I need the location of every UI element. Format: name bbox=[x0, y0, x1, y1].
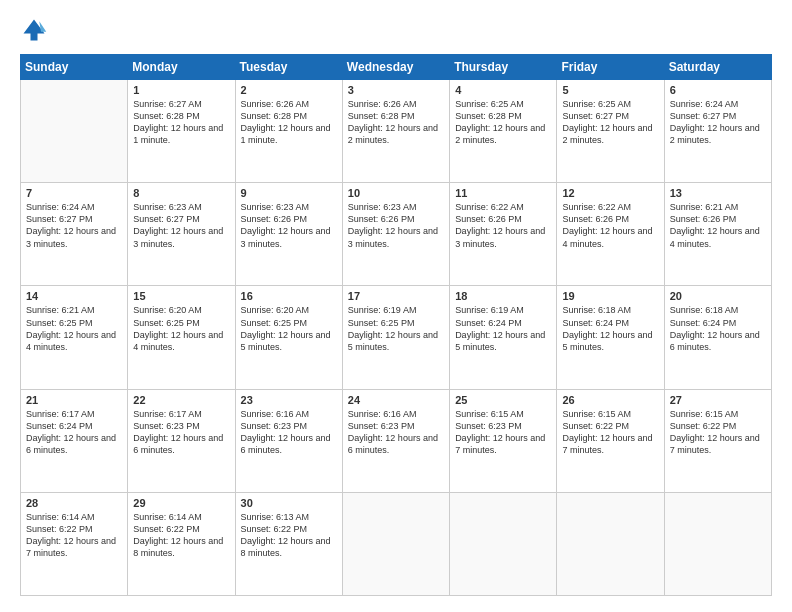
calendar-cell: 24Sunrise: 6:16 AMSunset: 6:23 PMDayligh… bbox=[342, 389, 449, 492]
cell-details: Sunrise: 6:14 AMSunset: 6:22 PMDaylight:… bbox=[133, 511, 229, 560]
calendar-cell bbox=[557, 492, 664, 595]
day-number: 27 bbox=[670, 394, 766, 406]
cell-details: Sunrise: 6:22 AMSunset: 6:26 PMDaylight:… bbox=[562, 201, 658, 250]
weekday-header: Saturday bbox=[664, 55, 771, 80]
day-number: 13 bbox=[670, 187, 766, 199]
cell-details: Sunrise: 6:19 AMSunset: 6:24 PMDaylight:… bbox=[455, 304, 551, 353]
day-number: 1 bbox=[133, 84, 229, 96]
calendar-cell: 15Sunrise: 6:20 AMSunset: 6:25 PMDayligh… bbox=[128, 286, 235, 389]
weekday-header: Monday bbox=[128, 55, 235, 80]
cell-details: Sunrise: 6:21 AMSunset: 6:26 PMDaylight:… bbox=[670, 201, 766, 250]
cell-details: Sunrise: 6:16 AMSunset: 6:23 PMDaylight:… bbox=[348, 408, 444, 457]
calendar-cell: 27Sunrise: 6:15 AMSunset: 6:22 PMDayligh… bbox=[664, 389, 771, 492]
day-number: 29 bbox=[133, 497, 229, 509]
calendar-week-row: 1Sunrise: 6:27 AMSunset: 6:28 PMDaylight… bbox=[21, 80, 772, 183]
calendar-cell bbox=[664, 492, 771, 595]
day-number: 26 bbox=[562, 394, 658, 406]
calendar-cell: 20Sunrise: 6:18 AMSunset: 6:24 PMDayligh… bbox=[664, 286, 771, 389]
calendar-cell bbox=[21, 80, 128, 183]
cell-details: Sunrise: 6:16 AMSunset: 6:23 PMDaylight:… bbox=[241, 408, 337, 457]
calendar-week-row: 28Sunrise: 6:14 AMSunset: 6:22 PMDayligh… bbox=[21, 492, 772, 595]
day-number: 28 bbox=[26, 497, 122, 509]
cell-details: Sunrise: 6:13 AMSunset: 6:22 PMDaylight:… bbox=[241, 511, 337, 560]
calendar-cell: 5Sunrise: 6:25 AMSunset: 6:27 PMDaylight… bbox=[557, 80, 664, 183]
weekday-header: Sunday bbox=[21, 55, 128, 80]
cell-details: Sunrise: 6:17 AMSunset: 6:23 PMDaylight:… bbox=[133, 408, 229, 457]
calendar-cell: 16Sunrise: 6:20 AMSunset: 6:25 PMDayligh… bbox=[235, 286, 342, 389]
calendar-cell bbox=[342, 492, 449, 595]
calendar-cell: 28Sunrise: 6:14 AMSunset: 6:22 PMDayligh… bbox=[21, 492, 128, 595]
calendar-cell bbox=[450, 492, 557, 595]
calendar-cell: 26Sunrise: 6:15 AMSunset: 6:22 PMDayligh… bbox=[557, 389, 664, 492]
cell-details: Sunrise: 6:18 AMSunset: 6:24 PMDaylight:… bbox=[562, 304, 658, 353]
calendar-header-row: SundayMondayTuesdayWednesdayThursdayFrid… bbox=[21, 55, 772, 80]
cell-details: Sunrise: 6:23 AMSunset: 6:26 PMDaylight:… bbox=[241, 201, 337, 250]
calendar-cell: 2Sunrise: 6:26 AMSunset: 6:28 PMDaylight… bbox=[235, 80, 342, 183]
day-number: 10 bbox=[348, 187, 444, 199]
cell-details: Sunrise: 6:20 AMSunset: 6:25 PMDaylight:… bbox=[133, 304, 229, 353]
calendar-week-row: 21Sunrise: 6:17 AMSunset: 6:24 PMDayligh… bbox=[21, 389, 772, 492]
day-number: 25 bbox=[455, 394, 551, 406]
calendar-cell: 10Sunrise: 6:23 AMSunset: 6:26 PMDayligh… bbox=[342, 183, 449, 286]
day-number: 18 bbox=[455, 290, 551, 302]
day-number: 7 bbox=[26, 187, 122, 199]
calendar-cell: 17Sunrise: 6:19 AMSunset: 6:25 PMDayligh… bbox=[342, 286, 449, 389]
day-number: 14 bbox=[26, 290, 122, 302]
cell-details: Sunrise: 6:25 AMSunset: 6:27 PMDaylight:… bbox=[562, 98, 658, 147]
day-number: 6 bbox=[670, 84, 766, 96]
cell-details: Sunrise: 6:21 AMSunset: 6:25 PMDaylight:… bbox=[26, 304, 122, 353]
day-number: 2 bbox=[241, 84, 337, 96]
weekday-header: Wednesday bbox=[342, 55, 449, 80]
cell-details: Sunrise: 6:20 AMSunset: 6:25 PMDaylight:… bbox=[241, 304, 337, 353]
day-number: 8 bbox=[133, 187, 229, 199]
cell-details: Sunrise: 6:26 AMSunset: 6:28 PMDaylight:… bbox=[241, 98, 337, 147]
calendar-cell: 6Sunrise: 6:24 AMSunset: 6:27 PMDaylight… bbox=[664, 80, 771, 183]
day-number: 4 bbox=[455, 84, 551, 96]
cell-details: Sunrise: 6:15 AMSunset: 6:22 PMDaylight:… bbox=[670, 408, 766, 457]
weekday-header: Tuesday bbox=[235, 55, 342, 80]
calendar-cell: 1Sunrise: 6:27 AMSunset: 6:28 PMDaylight… bbox=[128, 80, 235, 183]
header bbox=[20, 16, 772, 44]
calendar-cell: 11Sunrise: 6:22 AMSunset: 6:26 PMDayligh… bbox=[450, 183, 557, 286]
day-number: 12 bbox=[562, 187, 658, 199]
cell-details: Sunrise: 6:15 AMSunset: 6:22 PMDaylight:… bbox=[562, 408, 658, 457]
cell-details: Sunrise: 6:22 AMSunset: 6:26 PMDaylight:… bbox=[455, 201, 551, 250]
cell-details: Sunrise: 6:23 AMSunset: 6:26 PMDaylight:… bbox=[348, 201, 444, 250]
calendar-cell: 18Sunrise: 6:19 AMSunset: 6:24 PMDayligh… bbox=[450, 286, 557, 389]
day-number: 17 bbox=[348, 290, 444, 302]
calendar-cell: 7Sunrise: 6:24 AMSunset: 6:27 PMDaylight… bbox=[21, 183, 128, 286]
calendar-week-row: 7Sunrise: 6:24 AMSunset: 6:27 PMDaylight… bbox=[21, 183, 772, 286]
cell-details: Sunrise: 6:24 AMSunset: 6:27 PMDaylight:… bbox=[26, 201, 122, 250]
day-number: 5 bbox=[562, 84, 658, 96]
calendar-cell: 30Sunrise: 6:13 AMSunset: 6:22 PMDayligh… bbox=[235, 492, 342, 595]
calendar-table: SundayMondayTuesdayWednesdayThursdayFrid… bbox=[20, 54, 772, 596]
day-number: 21 bbox=[26, 394, 122, 406]
weekday-header: Friday bbox=[557, 55, 664, 80]
day-number: 20 bbox=[670, 290, 766, 302]
logo bbox=[20, 16, 52, 44]
cell-details: Sunrise: 6:27 AMSunset: 6:28 PMDaylight:… bbox=[133, 98, 229, 147]
calendar-cell: 12Sunrise: 6:22 AMSunset: 6:26 PMDayligh… bbox=[557, 183, 664, 286]
cell-details: Sunrise: 6:25 AMSunset: 6:28 PMDaylight:… bbox=[455, 98, 551, 147]
calendar-cell: 9Sunrise: 6:23 AMSunset: 6:26 PMDaylight… bbox=[235, 183, 342, 286]
cell-details: Sunrise: 6:26 AMSunset: 6:28 PMDaylight:… bbox=[348, 98, 444, 147]
cell-details: Sunrise: 6:18 AMSunset: 6:24 PMDaylight:… bbox=[670, 304, 766, 353]
day-number: 19 bbox=[562, 290, 658, 302]
calendar-cell: 8Sunrise: 6:23 AMSunset: 6:27 PMDaylight… bbox=[128, 183, 235, 286]
day-number: 16 bbox=[241, 290, 337, 302]
day-number: 24 bbox=[348, 394, 444, 406]
cell-details: Sunrise: 6:23 AMSunset: 6:27 PMDaylight:… bbox=[133, 201, 229, 250]
cell-details: Sunrise: 6:19 AMSunset: 6:25 PMDaylight:… bbox=[348, 304, 444, 353]
cell-details: Sunrise: 6:15 AMSunset: 6:23 PMDaylight:… bbox=[455, 408, 551, 457]
day-number: 23 bbox=[241, 394, 337, 406]
weekday-header: Thursday bbox=[450, 55, 557, 80]
logo-icon bbox=[20, 16, 48, 44]
calendar-cell: 14Sunrise: 6:21 AMSunset: 6:25 PMDayligh… bbox=[21, 286, 128, 389]
cell-details: Sunrise: 6:17 AMSunset: 6:24 PMDaylight:… bbox=[26, 408, 122, 457]
day-number: 22 bbox=[133, 394, 229, 406]
calendar-cell: 29Sunrise: 6:14 AMSunset: 6:22 PMDayligh… bbox=[128, 492, 235, 595]
calendar-cell: 3Sunrise: 6:26 AMSunset: 6:28 PMDaylight… bbox=[342, 80, 449, 183]
day-number: 3 bbox=[348, 84, 444, 96]
calendar-cell: 19Sunrise: 6:18 AMSunset: 6:24 PMDayligh… bbox=[557, 286, 664, 389]
cell-details: Sunrise: 6:14 AMSunset: 6:22 PMDaylight:… bbox=[26, 511, 122, 560]
